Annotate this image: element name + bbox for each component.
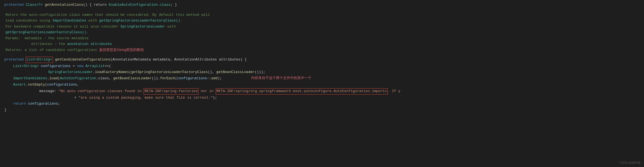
var-configurations: configurations (41, 63, 70, 69)
autoconfig-class: AutoConfiguration (60, 76, 96, 81)
code-line-1: protected Class<?> getAnnotationClass ()… (0, 0, 644, 8)
space2 (43, 2, 45, 8)
str-packaging: "are using a custom packaging, make sure… (79, 95, 213, 101)
doc-params-1: Params: metadata – the source metadata (5, 35, 639, 41)
body-line-4: Assert . notEmpty ( configurations , (0, 82, 644, 88)
method-notEmpty: notEmpty (28, 82, 45, 88)
signature-line: protected List<String> getCandidateConfi… (0, 56, 644, 63)
import-candidates-link[interactable]: ImportCandidates (52, 19, 87, 23)
parens: () { return (83, 2, 109, 8)
keyword-protected: protected (4, 2, 23, 8)
end1: ; } (171, 2, 177, 8)
var-configs-ref: configurations (177, 76, 207, 81)
body-return-line: return configurations ; (0, 101, 644, 107)
end3a: ()). (152, 76, 160, 81)
code-container: protected Class<?> getAnnotationClass ()… (0, 0, 644, 113)
params-val2: attributes – the (5, 42, 67, 46)
doc-line3-pre: For backward compatible reasons it will … (5, 25, 120, 29)
returns-val: a list of candidate configurations (22, 48, 99, 52)
method-add: add (211, 76, 218, 81)
args3: ( (58, 76, 60, 81)
end3b: ( (175, 76, 177, 81)
dot4: . (26, 82, 28, 88)
space1 (23, 2, 26, 8)
var-return: configurations (28, 101, 58, 107)
list-type: List<String> (13, 63, 39, 69)
doc-line-4: getSpringFactoriesLoaderFactoryClass(). (5, 29, 639, 35)
args2: ( (129, 69, 131, 75)
javadoc-block: Return the auto-configuration class name… (0, 10, 644, 55)
var-configs2: configurations (47, 82, 77, 88)
body-line-1: List<String> configurations = new ArrayL… (0, 63, 644, 69)
str-factories: META-INF/spring.factories (144, 89, 198, 93)
returns-label: Returns: (5, 48, 22, 52)
params-val1: metadata – the source metadata (20, 36, 89, 40)
spring-factories-link[interactable]: SpringFactoriesLoader (120, 25, 165, 29)
doc-line2-mid: with (86, 19, 99, 23)
assert-class: Assert (13, 82, 26, 88)
watermark: CSDN @例申版 (619, 161, 641, 165)
spring-factories-loader: SpringFactoriesLoader (48, 69, 93, 75)
returns-chinese: 返回类型是String类型的数组 (99, 48, 144, 52)
method-loadFactoryNames: loadFactoryNames (95, 69, 129, 75)
red-box-factories: META-INF/spring.factories (144, 88, 198, 95)
sig-params: (AnnotationMetadata metadata, Annotation… (110, 57, 247, 63)
import-candidates: ImportCandidates (13, 76, 47, 81)
method-forEach: forEach (160, 76, 175, 81)
doc-line2-end: . (180, 19, 182, 23)
method-getAnnotationClass: getAnnotationClass (45, 2, 83, 8)
method-getCandidateConfigs: getCandidateConfigurations (55, 57, 110, 63)
parens2: (), (208, 69, 216, 75)
return-type-box: List<String> (26, 57, 53, 63)
method-getSpring: getSpringFactoriesLoaderFactoryClass (131, 69, 208, 75)
dot3b: .class, (96, 76, 113, 81)
space-sig2 (53, 57, 55, 63)
closing-brace-line: } (0, 107, 644, 113)
return-type-text: List<String> (26, 57, 52, 62)
space-b1 (39, 63, 41, 69)
arraylist-type: ArrayList (85, 63, 105, 69)
doc-params-2: attributes – the annotation attributes (5, 41, 639, 47)
type-class: Class<?> (26, 2, 43, 8)
closing-brace: } (4, 107, 7, 113)
get-spring-link[interactable]: getSpringFactoriesLoaderFactoryClass() (99, 19, 180, 23)
doc-line-1: Return the auto-configuration class name… (5, 12, 639, 18)
comma4: , (77, 82, 79, 88)
body-line-6: + "are using a custom packaging, make su… (0, 95, 644, 101)
args4: ( (45, 82, 47, 88)
body-line-5: message: "No auto configuration classes … (0, 88, 644, 95)
doc-line3-mid: with (165, 25, 176, 29)
chinese-annotation-2: 内容来自于这个两个文件中的其中一个 (251, 75, 311, 81)
doc-line-3: For backward compatible reasons it will … (5, 24, 639, 29)
kw-protected: protected (4, 57, 23, 63)
str-nor-in: nor in (198, 89, 215, 94)
method-getBean2: getBeanClassLoader (113, 76, 152, 81)
generic-end: <>( (105, 63, 111, 69)
doc-line4-end: . (86, 30, 88, 34)
space-r (26, 101, 28, 107)
end3c: :: (207, 76, 211, 81)
dot1: . (93, 69, 95, 75)
method-load: load (49, 76, 58, 81)
doc-line2-pre: load candidates using (5, 19, 52, 23)
space-b1b (83, 63, 85, 69)
return-value: EnableAutoConfiguration.class (109, 2, 170, 8)
message-label: message: (39, 89, 58, 94)
annotation-attrs-link[interactable]: annotation attributes (67, 42, 112, 46)
str-no-auto: "No auto configuration classes found in (58, 89, 144, 94)
assign: = (71, 63, 77, 69)
str-if: . If y (388, 89, 400, 94)
semicolon-r: ; (58, 101, 60, 107)
kw-new: new (77, 63, 83, 69)
params-label: Params: (5, 36, 20, 40)
dot3: . (47, 76, 49, 81)
end6: ); (213, 95, 217, 101)
end2: ())); (255, 69, 265, 75)
body-line-2: SpringFactoriesLoader . loadFactoryNames… (0, 69, 644, 75)
str-imports: META-INF/spring/org.springframework.boot… (216, 89, 387, 93)
doc-returns: Returns: a list of candidate configurati… (5, 47, 639, 53)
end3d: ); (218, 76, 222, 81)
get-spring-link2[interactable]: getSpringFactoriesLoaderFactoryClass() (5, 30, 86, 34)
method-getBean: getBeanClassLoader (216, 69, 254, 75)
plus: + (74, 95, 79, 101)
